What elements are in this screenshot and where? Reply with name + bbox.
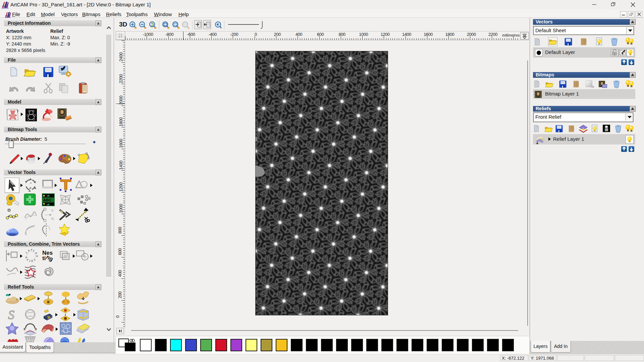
svg-text:ti: ti (42, 255, 46, 261)
svg-text:u: u (31, 260, 33, 263)
svg-text:n: n (36, 255, 38, 257)
svg-text:e: e (24, 256, 28, 259)
svg-text:r: r (29, 260, 31, 263)
svg-text:ABC: ABC (43, 198, 51, 202)
svg-text:c: c (33, 258, 36, 262)
svg-text:e: e (28, 249, 30, 252)
svg-text:v: v (25, 258, 29, 261)
svg-text:x: x (31, 249, 33, 251)
svg-text:S: S (8, 308, 14, 321)
svg-text:t: t (25, 251, 28, 254)
svg-text:t: t (33, 249, 35, 252)
